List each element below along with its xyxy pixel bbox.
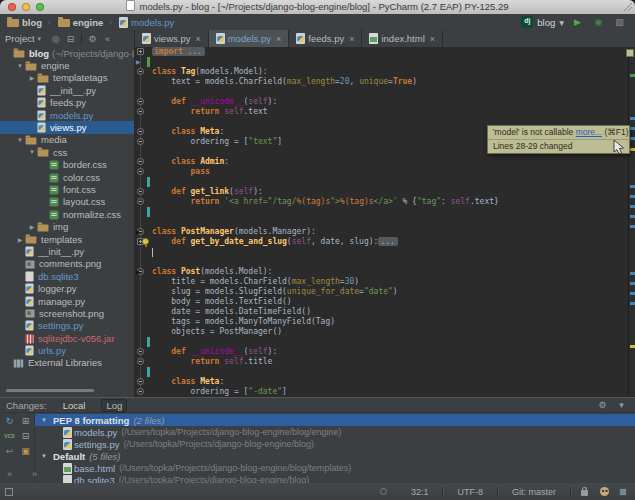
error-stripe[interactable] [628, 47, 635, 397]
tree-item-layout-css[interactable]: layout.css [0, 196, 134, 208]
fold-plus-icon[interactable] [137, 48, 144, 55]
change-file-settings-py[interactable]: settings.py(/Users/topka/Projects/django… [35, 438, 635, 450]
fold-end-icon[interactable] [137, 108, 144, 115]
tree-item-img[interactable]: ▶img [0, 220, 134, 232]
title-bar[interactable]: models.py - blog - [~/Projects/django-bl… [0, 0, 635, 15]
tree-item-feeds-py[interactable]: feeds.py [0, 97, 134, 109]
collapse-all-icon[interactable]: ⊟ [19, 430, 32, 442]
tree-item-engine[interactable]: ▼engine [0, 59, 134, 71]
code-line-25[interactable]: slug = models.SlugField(unique_for_date=… [135, 287, 628, 297]
code-line-32[interactable]: return self.title [135, 357, 628, 367]
stripe-mark-yellow[interactable] [630, 345, 635, 348]
gear-icon[interactable]: ⚙ [596, 399, 609, 411]
refresh-icon[interactable]: ↻ [3, 415, 16, 427]
close-icon[interactable]: × [195, 34, 200, 44]
tree-item-logger-py[interactable]: logger.py [0, 282, 134, 294]
vcs-changed-marker[interactable] [147, 367, 150, 377]
vcs-changed-marker[interactable] [147, 177, 150, 187]
code-editor[interactable]: import ...class Tag(models.Model): text … [135, 47, 635, 397]
tree-item-external-libraries[interactable]: External Libraries [0, 357, 134, 369]
code-line-31[interactable]: def __unicode__(self): [135, 347, 628, 357]
code-line-14[interactable] [135, 177, 628, 187]
code-line-21[interactable] [135, 247, 628, 257]
lock-icon[interactable] [581, 490, 588, 496]
fold-end-icon[interactable] [137, 388, 144, 395]
tree-item--init-py[interactable]: __init__.py [0, 84, 134, 96]
run-button[interactable]: ▶ [571, 16, 584, 28]
stripe-mark-blue[interactable] [630, 302, 635, 305]
tree-item-sqlitejdbc-v056-jar[interactable]: sqlitejdbc-v056.jar [0, 332, 134, 344]
close-icon[interactable]: × [349, 34, 354, 44]
tab-log[interactable]: Log [101, 399, 127, 412]
code-line-27[interactable]: date = models.DateTimeField() [135, 307, 628, 317]
tree-item-border-css[interactable]: border.css [0, 159, 134, 171]
fold-end-icon[interactable] [137, 198, 144, 205]
expanded-arrow-icon[interactable]: ▼ [41, 453, 53, 459]
tooltip-more-link[interactable]: more... [576, 127, 602, 137]
fold-minus-icon[interactable] [137, 68, 144, 75]
change-file-base-html[interactable]: base.html(/Users/topka/Projects/django-b… [35, 462, 635, 474]
tree-item--init-py[interactable]: __init__.py [0, 245, 134, 257]
stripe-mark-blue[interactable] [630, 225, 635, 228]
stripe-mark-blue[interactable] [630, 195, 635, 198]
tree-item-manage-py[interactable]: manage.py [0, 295, 134, 307]
tree-item-settings-py[interactable]: settings.py [0, 320, 134, 332]
fold-minus-icon[interactable] [137, 158, 144, 165]
expanded-arrow-icon[interactable]: ▼ [27, 149, 37, 155]
code-line-7[interactable]: return self.text [135, 107, 628, 117]
intention-lightbulb-icon[interactable] [142, 238, 149, 245]
changelist-pep-8-formatting[interactable]: ▼PEP 8 formatting(2 files) [35, 414, 635, 426]
memory-indicator-icon[interactable] [619, 488, 627, 496]
encoding-widget[interactable]: UTF-8 [443, 487, 497, 497]
inspection-status-indicator[interactable] [626, 49, 634, 57]
expanded-arrow-icon[interactable]: ▼ [15, 63, 25, 69]
collapsed-arrow-icon[interactable]: ▶ [15, 236, 25, 243]
close-icon[interactable]: × [276, 34, 281, 44]
tree-item-views-py[interactable]: views.py [0, 121, 134, 133]
tree-item-blog[interactable]: blog (~/Projects/django-blog [0, 47, 134, 59]
stripe-mark-blue[interactable] [630, 117, 635, 120]
changelist-default[interactable]: ▼Default(5 files) [35, 450, 635, 462]
code-line-18[interactable] [135, 217, 628, 227]
vcs-added-marker[interactable] [147, 57, 150, 67]
breadcrumb-models-py[interactable]: models.py [119, 17, 174, 28]
tree-item-templatetags[interactable]: ▶templatetags [0, 72, 134, 84]
fold-end-icon[interactable] [137, 138, 144, 145]
tree-item-font-css[interactable]: font.css [0, 183, 134, 195]
fold-end-icon[interactable] [137, 168, 144, 175]
breadcrumb-blog[interactable]: blog [7, 17, 42, 28]
tab-feeds-py[interactable]: feeds.py × [289, 30, 362, 47]
tree-item-color-css[interactable]: color.css [0, 171, 134, 183]
vcs-branch-widget[interactable]: Git: master [498, 487, 570, 497]
code-line-6[interactable]: def __unicode__(self): [135, 97, 628, 107]
code-line-29[interactable]: objects = PostManager() [135, 327, 628, 337]
hide-panel-icon[interactable]: ▾ [615, 399, 628, 411]
code-line-24[interactable]: title = models.CharField(max_length=30) [135, 277, 628, 287]
code-line-5[interactable] [135, 87, 628, 97]
debug-button[interactable]: ◉ [592, 16, 605, 28]
stripe-mark-blue[interactable] [630, 215, 635, 218]
tab-local[interactable]: Local [59, 400, 90, 411]
stripe-mark-blue[interactable] [630, 292, 635, 295]
coverage-button[interactable]: ▧ [613, 16, 626, 28]
change-file-models-py[interactable]: models.py(/Users/topka/Projects/django-b… [35, 426, 635, 438]
next-chevrons-icon[interactable]: » [28, 468, 41, 480]
revert-icon[interactable]: ↩ [3, 445, 16, 457]
code-line-12[interactable]: class Admin: [135, 157, 628, 167]
code-line-16[interactable]: return '<a href="/tag/%(tag)s">%(tag)s</… [135, 197, 628, 207]
stripe-mark-blue[interactable] [630, 127, 635, 130]
toolwindow-toggle-icon[interactable] [5, 488, 13, 496]
fold-minus-icon[interactable] [137, 348, 144, 355]
tree-item-comments-png[interactable]: comments.png [0, 258, 134, 270]
collapsed-arrow-icon[interactable]: ▶ [27, 74, 37, 81]
expanded-arrow-icon[interactable]: ▼ [41, 417, 53, 423]
code-line-15[interactable]: def get_link(self): [135, 187, 628, 197]
code-line-23[interactable]: class Post(models.Model): [135, 267, 628, 277]
background-tasks-icon[interactable] [380, 488, 387, 495]
code-line-22[interactable] [135, 257, 628, 267]
fold-minus-icon[interactable] [137, 188, 144, 195]
vcs-changed-marker[interactable] [147, 207, 150, 217]
code-line-33[interactable] [135, 367, 628, 377]
fold-minus-icon[interactable] [137, 98, 144, 105]
tree-item-db-sqlite3[interactable]: db.sqlite3 [0, 270, 134, 282]
